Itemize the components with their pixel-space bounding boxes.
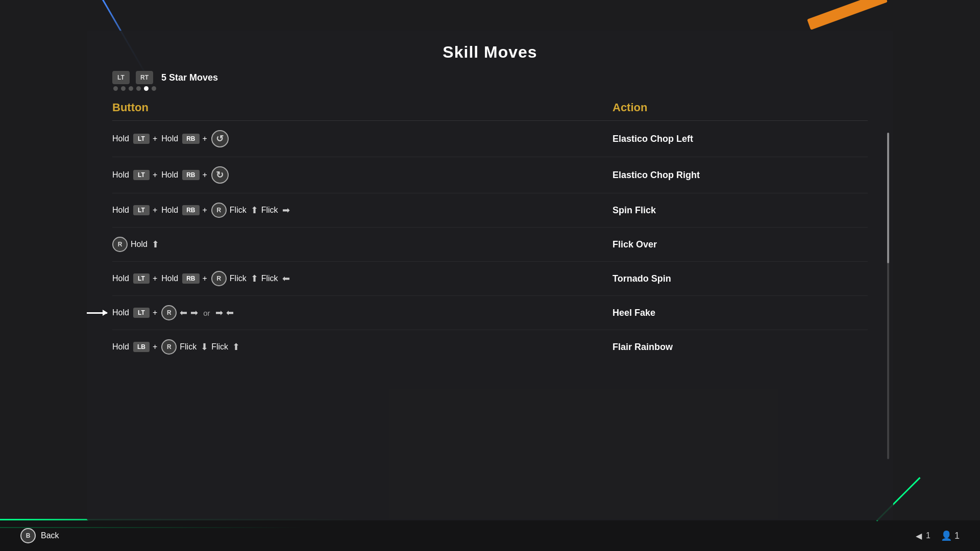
move-row[interactable]: RHold⬆Flick Over (112, 228, 868, 262)
content-panel: Skill Moves LT RT 5 Star Moves Button Ac… (87, 31, 893, 520)
move-text-label: Hold (161, 206, 178, 215)
move-text-label: Flick (230, 206, 247, 215)
back-label: Back (41, 531, 59, 540)
down-arrow-icon: ⬇ (201, 341, 208, 353)
action-col-header: Action (612, 101, 868, 114)
lt-button: LT (133, 205, 150, 215)
move-text-label: Hold (161, 134, 178, 143)
lt-button: LT (133, 134, 150, 144)
back-button[interactable]: B Back (20, 528, 59, 543)
b-button-icon: B (20, 528, 36, 543)
move-text-label: Hold (161, 170, 178, 180)
dot-3[interactable] (129, 86, 133, 91)
rb-button: RB (182, 170, 199, 180)
move-text-label: + (153, 170, 157, 180)
move-text-label: Hold (112, 170, 129, 180)
move-text-label: Hold (112, 274, 129, 283)
left-arrow-icon: ⬅ (180, 307, 187, 318)
prev-page-icon[interactable]: ◀ (916, 531, 922, 541)
move-button-col: HoldLT+HoldRB+ (112, 166, 612, 184)
move-text-label: Hold (112, 134, 129, 143)
right-arrow-icon: ➡ (215, 307, 223, 318)
rb-button: RB (182, 205, 199, 215)
move-text-label: + (203, 274, 207, 283)
move-text-label: + (203, 170, 207, 180)
rotate-stick-ccw-icon (211, 130, 229, 147)
move-button-col: HoldLB+RFlick⬇Flick⬆ (112, 339, 612, 355)
move-action-label: Tornado Spin (612, 273, 868, 284)
move-text-label: Flick (261, 274, 278, 283)
move-text-label: Hold (112, 308, 129, 317)
move-action-label: Elastico Chop Left (612, 134, 868, 144)
lt-button: LT (133, 273, 150, 284)
r-stick-button: R (161, 305, 177, 320)
r-stick-button: R (211, 271, 227, 286)
up-arrow-icon: ⬆ (152, 239, 159, 250)
move-row[interactable]: HoldLB+RFlick⬇Flick⬆Flair Rainbow (112, 330, 868, 356)
or-text: or (203, 309, 210, 317)
rt-badge: RT (136, 71, 153, 84)
dot-6[interactable] (152, 86, 156, 91)
move-action-label: Flair Rainbow (612, 342, 868, 353)
move-button-col: HoldLT+HoldRB+RFlick⬆Flick⬅ (112, 271, 612, 286)
lt-badge: LT (112, 71, 130, 84)
category-header: LT RT 5 Star Moves (87, 62, 893, 84)
move-text-label: + (203, 206, 207, 215)
move-button-col: HoldLT+HoldRB+RFlick⬆Flick➡ (112, 203, 612, 218)
move-row[interactable]: HoldLT+HoldRB+Elastico Chop Right (112, 157, 868, 193)
rb-button: RB (182, 134, 199, 144)
rb-button: RB (182, 273, 199, 284)
rotate-stick-cw-icon (211, 166, 229, 184)
player-icon: 👤 1 (941, 530, 960, 541)
scrollbar[interactable] (887, 133, 889, 459)
move-button-col: HoldLT+HoldRB+ (112, 130, 612, 147)
move-text-label: Flick (230, 274, 247, 283)
selection-arrow-icon (87, 312, 107, 314)
right-arrow-icon: ➡ (282, 205, 290, 216)
left-arrow-icon: ⬅ (282, 273, 290, 284)
r-stick-button: R (161, 339, 177, 355)
move-text-label: Hold (131, 240, 148, 249)
dot-5-active[interactable] (144, 86, 149, 91)
move-button-col: HoldLT+R⬅➡or➡⬅ (112, 305, 612, 320)
move-action-label: Heel Fake (612, 308, 868, 318)
up-arrow-icon: ⬆ (251, 273, 258, 284)
page-title: Skill Moves (87, 31, 893, 62)
dot-2[interactable] (121, 86, 126, 91)
bottom-right: ◀ 1 👤 1 (916, 530, 960, 541)
dots-row (87, 86, 893, 91)
dot-4[interactable] (136, 86, 141, 91)
move-text-label: + (153, 308, 157, 317)
move-text-label: Flick (261, 206, 278, 215)
move-text-label: Hold (112, 342, 129, 352)
up-arrow-icon: ⬆ (232, 341, 240, 353)
r-stick-button: R (112, 237, 128, 252)
lt-button: LT (133, 308, 150, 318)
move-row[interactable]: HoldLT+HoldRB+Elastico Chop Left (112, 121, 868, 157)
dot-1[interactable] (113, 86, 118, 91)
move-text-label: + (203, 134, 207, 143)
move-text-label: + (153, 206, 157, 215)
move-row[interactable]: HoldLT+R⬅➡or➡⬅Heel Fake (112, 296, 868, 330)
left-arrow-icon: ⬅ (226, 307, 234, 318)
move-text-label: Hold (112, 206, 129, 215)
move-text-label: Hold (161, 274, 178, 283)
move-text-label: + (153, 134, 157, 143)
button-col-header: Button (112, 101, 612, 114)
move-text-label: Flick (180, 342, 197, 352)
columns-header: Button Action (87, 91, 893, 120)
up-arrow-icon: ⬆ (251, 205, 258, 216)
bottom-bar: B Back ◀ 1 👤 1 (0, 520, 980, 551)
move-row[interactable]: HoldLT+HoldRB+RFlick⬆Flick➡Spin Flick (112, 193, 868, 228)
page-nav: ◀ 1 (916, 531, 930, 541)
r-stick-button: R (211, 203, 227, 218)
lt-button: LT (133, 170, 150, 180)
category-name: 5 Star Moves (161, 72, 218, 83)
move-text-label: + (153, 274, 157, 283)
move-action-label: Spin Flick (612, 205, 868, 216)
move-row[interactable]: HoldLT+HoldRB+RFlick⬆Flick⬅Tornado Spin (112, 262, 868, 296)
move-button-col: RHold⬆ (112, 237, 612, 252)
move-action-label: Elastico Chop Right (612, 170, 868, 181)
scrollbar-thumb (887, 133, 889, 263)
move-action-label: Flick Over (612, 239, 868, 250)
